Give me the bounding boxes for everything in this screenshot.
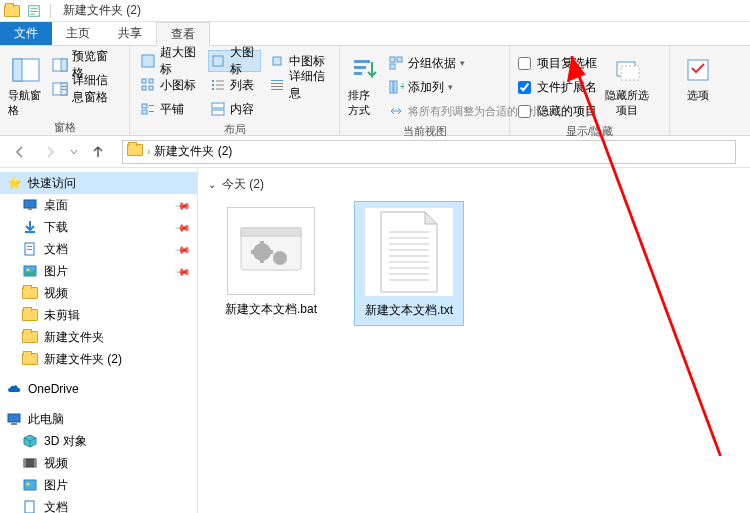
svg-rect-41 [390,81,393,93]
sidebar-item-quick-access[interactable]: ⭐快速访问 [0,172,197,194]
svg-rect-59 [34,459,36,467]
tab-share[interactable]: 共享 [104,22,156,45]
recent-locations-button[interactable] [68,140,80,164]
folder-icon [22,351,38,367]
documents-icon [22,241,38,257]
breadcrumb-segment[interactable]: 新建文件夹 (2) [154,143,232,160]
item-checkboxes-input[interactable] [518,57,531,70]
list-icon [210,77,226,93]
sidebar-item-downloads[interactable]: 下载📌 [0,216,197,238]
layout-content-label: 内容 [230,101,254,118]
layout-large-label: 大图标 [230,44,259,78]
svg-rect-24 [212,84,214,86]
uncut-label: 未剪辑 [44,307,80,324]
sidebar-item-pc-videos[interactable]: 视频 [0,452,197,474]
svg-rect-12 [142,55,154,67]
options-label: 选项 [687,88,709,103]
tab-file[interactable]: 文件 [0,22,52,45]
3d-objects-icon [22,433,38,449]
sidebar-item-pc-pictures[interactable]: 图片 [0,474,197,496]
hide-selected-button[interactable]: 隐藏所选项目 [603,50,651,118]
svg-rect-27 [216,89,224,90]
layout-tiles-button[interactable]: 平铺 [138,98,202,120]
downloads-label: 下载 [44,219,68,236]
nav-pane-icon [10,54,42,86]
quick-access-label: 快速访问 [28,175,76,192]
svg-text:+: + [400,81,404,92]
file-item-txt[interactable]: 新建文本文档.txt [354,201,464,326]
navigation-pane[interactable]: ⭐快速访问 桌面📌 下载📌 文档📌 图片📌 视频 未剪辑 新建文件夹 新建文件夹… [0,168,198,513]
preview-pane-icon [52,57,68,73]
sidebar-item-this-pc[interactable]: 此电脑 [0,408,197,430]
layout-content-button[interactable]: 内容 [208,98,261,120]
chevron-down-icon: ⌄ [208,179,216,190]
svg-rect-37 [354,72,362,75]
sidebar-item-new-folder-2[interactable]: 新建文件夹 (2) [0,348,197,370]
nav-pane-button[interactable]: 导航窗格 [8,50,44,118]
layout-large-button[interactable]: 大图标 [208,50,261,72]
file-ext-checkbox[interactable]: 文件扩展名 [518,76,597,98]
properties-icon[interactable] [26,3,42,19]
svg-rect-39 [397,57,402,62]
tab-view[interactable]: 查看 [156,22,210,46]
sort-label: 排序方式 [348,88,380,118]
layout-details-button[interactable]: 详细信息 [267,74,331,96]
svg-rect-73 [260,257,264,263]
file-list-pane[interactable]: ⌄ 今天 (2) [198,168,750,513]
svg-rect-70 [260,241,264,247]
layout-extra-large-button[interactable]: 超大图标 [138,50,202,72]
group-header-today[interactable]: ⌄ 今天 (2) [208,172,740,201]
svg-rect-5 [13,59,22,81]
sidebar-item-uncut[interactable]: 未剪辑 [0,304,197,326]
svg-rect-15 [142,86,146,90]
small-icons-icon [140,77,156,93]
sidebar-item-videos[interactable]: 视频 [0,282,197,304]
layout-small-button[interactable]: 小图标 [138,74,202,96]
sidebar-item-pictures[interactable]: 图片📌 [0,260,197,282]
this-pc-icon [6,411,22,427]
breadcrumb[interactable]: › 新建文件夹 (2) [122,140,736,164]
ribbon-tabs: 文件 主页 共享 查看 [0,22,750,46]
svg-rect-31 [271,80,283,81]
svg-rect-18 [149,105,154,106]
add-columns-label: 添加列 [408,79,444,96]
options-icon [682,54,714,86]
up-button[interactable] [86,140,110,164]
separator [50,4,51,18]
svg-rect-71 [251,250,257,254]
file-ext-input[interactable] [518,81,531,94]
options-button[interactable]: 选项 [678,50,718,103]
forward-button[interactable] [38,140,62,164]
sort-button[interactable]: 排序方式 [348,50,380,118]
sidebar-item-onedrive[interactable]: OneDrive [0,378,197,400]
layout-extra-large-label: 超大图标 [160,44,200,78]
group-panes: 导航窗格 预览窗格 详细信息窗格 窗格 [0,46,130,135]
content-icon [210,101,226,117]
sidebar-item-3d-objects[interactable]: 3D 对象 [0,430,197,452]
chevron-right-icon[interactable]: › [147,146,150,157]
hidden-items-input[interactable] [518,105,531,118]
group-current-view-label: 当前视图 [348,122,501,139]
sidebar-item-documents[interactable]: 文档📌 [0,238,197,260]
sidebar-item-pc-documents[interactable]: 文档 [0,496,197,513]
details-icon [269,77,285,93]
layout-list-button[interactable]: 列表 [208,74,261,96]
details-pane-button[interactable]: 详细信息窗格 [50,78,121,100]
size-columns-icon [388,103,404,119]
address-bar: › 新建文件夹 (2) [0,136,750,168]
sidebar-item-desktop[interactable]: 桌面📌 [0,194,197,216]
hidden-items-label: 隐藏的项目 [537,103,597,120]
group-by-label: 分组依据 [408,55,456,72]
documents-label: 文档 [44,241,68,258]
item-checkboxes-checkbox[interactable]: 项目复选框 [518,52,597,74]
sidebar-item-new-folder[interactable]: 新建文件夹 [0,326,197,348]
pc-documents-label: 文档 [44,499,68,514]
documents-icon [22,499,38,513]
file-item-bat[interactable]: 新建文本文档.bat [216,201,326,326]
group-options: 选项 [670,46,726,135]
svg-rect-32 [271,83,283,84]
back-button[interactable] [8,140,32,164]
pin-icon: 📌 [175,263,191,279]
tab-home[interactable]: 主页 [52,22,104,45]
hidden-items-checkbox[interactable]: 隐藏的项目 [518,100,597,122]
